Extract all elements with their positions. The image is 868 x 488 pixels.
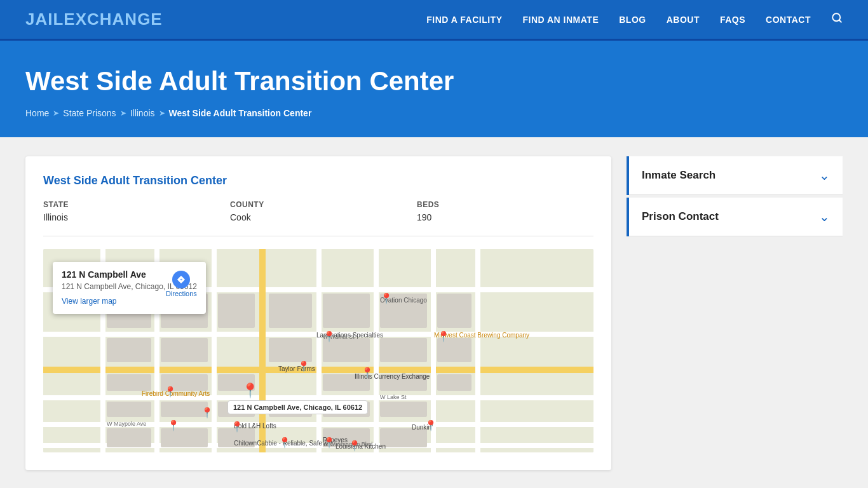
logo-part1: JAIL [25, 10, 64, 29]
view-larger-map-link[interactable]: View larger map [62, 297, 116, 306]
hero-banner: West Side Adult Transition Center Home ➤… [0, 41, 868, 137]
breadcrumb: Home ➤ State Prisons ➤ Illinois ➤ West S… [25, 108, 843, 118]
block3 [218, 294, 255, 328]
prison-contact-section: Prison Contact ⌄ [627, 198, 843, 236]
search-icon-button[interactable] [831, 12, 843, 27]
map-tooltip: 121 N Campbell Ave 121 N Campbell Ave, C… [53, 262, 206, 314]
block7 [437, 294, 471, 328]
state-info: STATE Illinois [43, 200, 220, 223]
nav-about[interactable]: ABOUT [667, 15, 700, 25]
svg-line-1 [839, 20, 841, 22]
taylor-pin: 📍 [297, 360, 310, 372]
lake-st-label: W Lake St [380, 394, 407, 400]
prison-contact-header[interactable]: Prison Contact ⌄ [629, 198, 843, 236]
block19 [437, 374, 471, 391]
breadcrumb-sep-1: ➤ [53, 109, 59, 118]
block25 [380, 402, 427, 417]
beds-info: BEDS 190 [417, 200, 593, 223]
block12 [380, 338, 427, 362]
nav-faqs[interactable]: FAQs [720, 15, 745, 25]
bold-pin: 📍 [231, 421, 243, 433]
nav-find-facility[interactable]: FIND A FACILITY [426, 15, 502, 25]
search-icon [831, 12, 843, 24]
block30 [380, 428, 427, 447]
breadcrumb-home[interactable]: Home [25, 108, 49, 118]
il-currency-pin: 📍 [361, 367, 374, 379]
sidebar: Inmate Search ⌄ Prison Contact ⌄ [627, 156, 843, 470]
map-address-bubble: 121 N Campbell Ave, Chicago, IL 60612 [227, 400, 368, 414]
louisiana-pin: 📍 [348, 440, 361, 452]
ovation-pin: 📍 [380, 292, 393, 304]
block20 [107, 402, 151, 417]
nav-blog[interactable]: BLOG [619, 15, 646, 25]
community-pin: 📍 [201, 407, 214, 419]
block5 [323, 294, 370, 328]
map-address-text: 121 N Campbell Ave, Chicago, IL 60612 [233, 403, 362, 411]
logo-part2: EXCHANGE [64, 10, 162, 29]
inmate-search-header[interactable]: Inmate Search ⌄ [629, 156, 843, 195]
prison-contact-chevron-icon: ⌄ [819, 209, 830, 224]
dunkin-pin: 📍 [424, 419, 437, 431]
block10 [269, 338, 312, 362]
main-nav: FIND A FACILITY FIND AN INMATE BLOG ABOU… [426, 12, 843, 27]
block26 [107, 428, 151, 447]
road-v8 [475, 249, 480, 452]
road-v5 [316, 249, 322, 452]
road-v3 [212, 249, 217, 452]
firebird-pin: 📍 [164, 386, 177, 398]
beds-value: 190 [417, 212, 431, 222]
block8 [107, 338, 151, 362]
facility-name: West Side Adult Transition Center [43, 174, 593, 187]
nav-contact[interactable]: CONTACT [766, 15, 811, 25]
public-schools-pin: 📍 [167, 419, 180, 431]
chitown-pin: 📍 [278, 437, 291, 449]
breadcrumb-sep-3: ➤ [159, 109, 165, 118]
page-title: West Side Adult Transition Center [25, 66, 843, 97]
inmate-search-title: Inmate Search [642, 169, 715, 182]
facility-card: West Side Adult Transition Center STATE … [25, 156, 611, 470]
laminations-pin: 📍 [323, 330, 336, 342]
block4 [269, 294, 312, 328]
main-content: West Side Adult Transition Center STATE … [0, 137, 868, 488]
directions-button[interactable]: Directions [166, 271, 197, 297]
breadcrumb-state-prisons[interactable]: State Prisons [63, 108, 116, 118]
breadcrumb-sep-2: ➤ [120, 109, 126, 118]
road-v4-yellow [259, 249, 266, 452]
prison-contact-title: Prison Contact [642, 210, 719, 223]
popeyes-pin: 📍 [323, 437, 336, 449]
block9 [161, 338, 208, 362]
header: JAILEXCHANGE FIND A FACILITY FIND AN INM… [0, 0, 868, 41]
site-logo[interactable]: JAILEXCHANGE [25, 10, 163, 29]
nav-find-inmate[interactable]: FIND AN INMATE [522, 15, 599, 25]
directions-icon [172, 271, 190, 288]
county-info: COUNTY Cook [230, 200, 407, 223]
county-label: COUNTY [230, 200, 407, 209]
block14 [107, 374, 151, 391]
inmate-search-chevron-icon: ⌄ [819, 168, 830, 183]
main-location-pin: 📍 [241, 383, 259, 399]
road-v6 [374, 249, 379, 452]
county-value: Cook [230, 212, 251, 222]
facility-info-grid: STATE Illinois COUNTY Cook BEDS 190 [43, 200, 593, 236]
map-container[interactable]: W Walnut St W Lake St W Maypole Ave W Wa… [43, 249, 593, 452]
beds-label: BEDS [417, 200, 593, 209]
breadcrumb-illinois[interactable]: Illinois [130, 108, 155, 118]
state-label: STATE [43, 200, 220, 209]
state-value: Illinois [43, 212, 68, 222]
breadcrumb-current: West Side Adult Transition Center [169, 108, 312, 118]
directions-label: Directions [166, 290, 197, 297]
maypole-label: W Maypole Ave [107, 421, 146, 427]
midwest-pin: 📍 [437, 330, 450, 342]
inmate-search-section: Inmate Search ⌄ [627, 156, 843, 195]
